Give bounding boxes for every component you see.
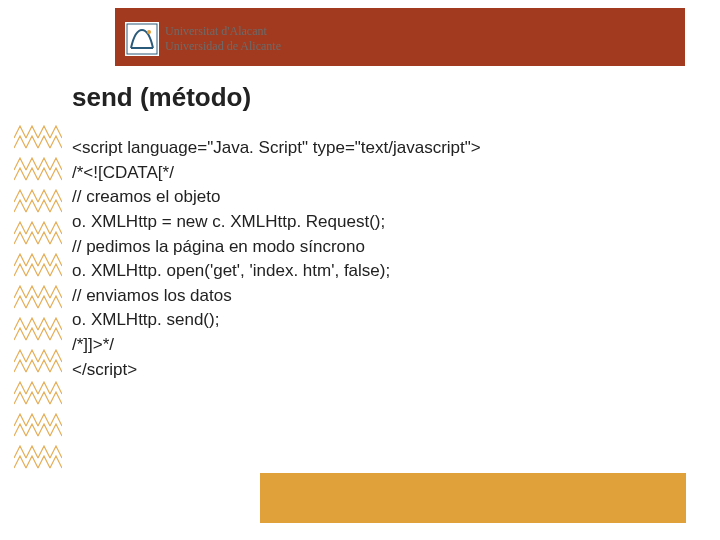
code-line: o. XMLHttp = new c. XMLHttp. Request(); [72,210,481,235]
footer-bar [260,473,686,523]
svg-rect-0 [125,22,159,56]
svg-point-3 [147,30,151,34]
slide: Universitat d'Alacant Universidad de Ali… [0,0,720,540]
code-line: <script language="Java. Script" type="te… [72,136,481,161]
code-line: /*]]>*/ [72,333,481,358]
code-line: o. XMLHttp. open('get', 'index. htm', fa… [72,259,481,284]
code-block: <script language="Java. Script" type="te… [72,136,481,382]
logo-line1: Universitat d'Alacant [165,24,281,39]
code-line: o. XMLHttp. send(); [72,308,481,333]
left-decoration [14,120,62,500]
code-line: // pedimos la página en modo síncrono [72,235,481,260]
code-line: // creamos el objeto [72,185,481,210]
slide-title: send (método) [72,82,251,113]
code-line: </script> [72,358,481,383]
logo-icon [125,22,159,56]
code-line: // enviamos los datos [72,284,481,309]
code-line: /*<![CDATA[*/ [72,161,481,186]
university-logo: Universitat d'Alacant Universidad de Ali… [125,22,281,56]
logo-line2: Universidad de Alicante [165,39,281,54]
